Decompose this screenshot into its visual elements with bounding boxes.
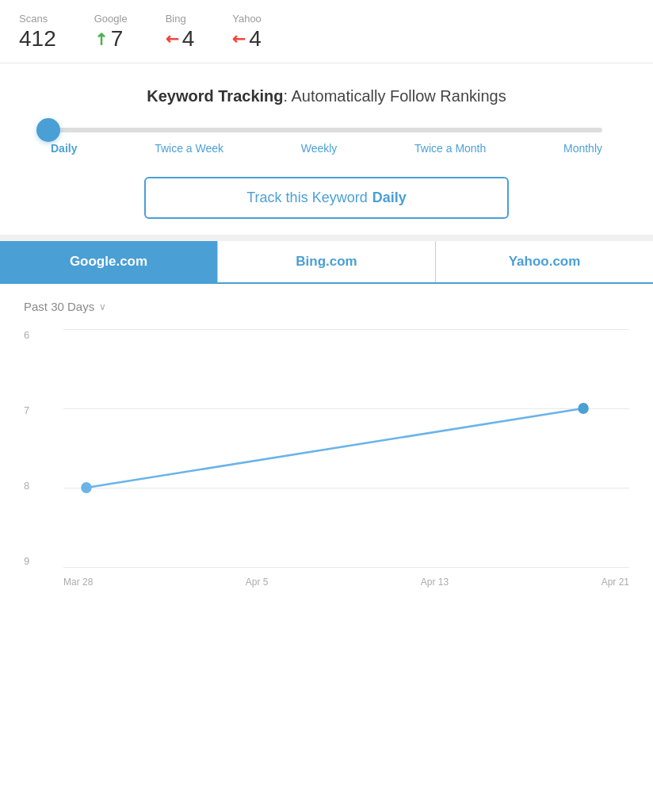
chart-svg	[63, 329, 629, 567]
track-keyword-button[interactable]: Track this Keyword Daily	[144, 177, 509, 219]
slider-track[interactable]	[51, 128, 602, 132]
y-label-7: 7	[24, 404, 29, 416]
yahoo-label: Yahoo	[232, 13, 262, 25]
stats-bar: Scans 412 Google ↗ 7 Bing ↙ 4 Yahoo ↙ 4	[0, 0, 653, 63]
bing-value: ↙ 4	[166, 26, 195, 52]
google-value: ↗ 7	[94, 26, 128, 52]
frequency-slider-container[interactable]: Daily Twice a Week Weekly Twice a Month …	[19, 128, 634, 155]
google-stat: Google ↗ 7	[94, 13, 128, 52]
chart-section: Past 30 Days ∨ 6 7 8 9	[0, 284, 653, 622]
x-label-apr13: Apr 13	[421, 576, 449, 588]
tabs-section: Google.com Bing.com Yahoo.com Past 30 Da…	[0, 241, 653, 622]
tabs-bar: Google.com Bing.com Yahoo.com	[0, 241, 653, 284]
section-title: Keyword Tracking: Automatically Follow R…	[19, 87, 634, 105]
slider-thumb[interactable]	[36, 118, 60, 142]
arrow-down-icon-bing: ↙	[161, 28, 184, 51]
x-label-apr5: Apr 5	[246, 576, 269, 588]
section-title-bold: Keyword Tracking	[147, 87, 283, 105]
tab-bing[interactable]: Bing.com	[218, 241, 436, 282]
slider-labels: Daily Twice a Week Weekly Twice a Month …	[51, 142, 602, 155]
yahoo-value: ↙ 4	[232, 26, 262, 52]
section-title-normal: : Automatically Follow Rankings	[284, 87, 506, 105]
scans-label: Scans	[19, 13, 56, 25]
y-label-9: 9	[24, 555, 29, 567]
arrow-up-icon: ↗	[90, 28, 113, 51]
arrow-down-icon-yahoo: ↙	[227, 28, 250, 51]
track-button-prefix: Track this Keyword	[246, 190, 367, 206]
tab-yahoo[interactable]: Yahoo.com	[436, 241, 653, 282]
slider-label-monthly[interactable]: Monthly	[563, 142, 602, 155]
scans-stat: Scans 412	[19, 13, 56, 52]
x-label-mar28: Mar 28	[63, 576, 93, 588]
scans-value: 412	[19, 26, 56, 52]
track-button-container: Track this Keyword Daily	[19, 177, 634, 219]
chart-wrapper: 6 7 8 9	[24, 329, 629, 599]
chart-area	[63, 329, 629, 567]
bing-label: Bing	[166, 13, 195, 25]
y-label-8: 8	[24, 480, 29, 492]
slider-label-twice-month[interactable]: Twice a Month	[414, 142, 486, 155]
y-label-6: 6	[24, 329, 29, 341]
bing-stat: Bing ↙ 4	[166, 13, 195, 52]
slider-label-twice-week[interactable]: Twice a Week	[155, 142, 223, 155]
chart-dot-start	[81, 482, 92, 493]
google-label: Google	[94, 13, 128, 25]
keyword-tracking-section: Keyword Tracking: Automatically Follow R…	[0, 63, 653, 241]
chart-line	[86, 408, 583, 488]
slider-label-daily[interactable]: Daily	[51, 142, 77, 155]
grid-line-9	[63, 567, 629, 568]
x-axis: Mar 28 Apr 5 Apr 13 Apr 21	[48, 570, 629, 588]
slider-label-weekly[interactable]: Weekly	[301, 142, 338, 155]
chevron-down-icon: ∨	[99, 301, 106, 312]
period-label: Past 30 Days	[24, 300, 94, 313]
track-button-suffix: Daily	[372, 190, 407, 206]
x-label-apr21: Apr 21	[601, 576, 629, 588]
period-selector[interactable]: Past 30 Days ∨	[24, 300, 629, 313]
chart-dot-end	[578, 403, 589, 414]
yahoo-stat: Yahoo ↙ 4	[232, 13, 262, 52]
tab-google[interactable]: Google.com	[0, 241, 218, 282]
y-axis: 6 7 8 9	[24, 329, 36, 567]
